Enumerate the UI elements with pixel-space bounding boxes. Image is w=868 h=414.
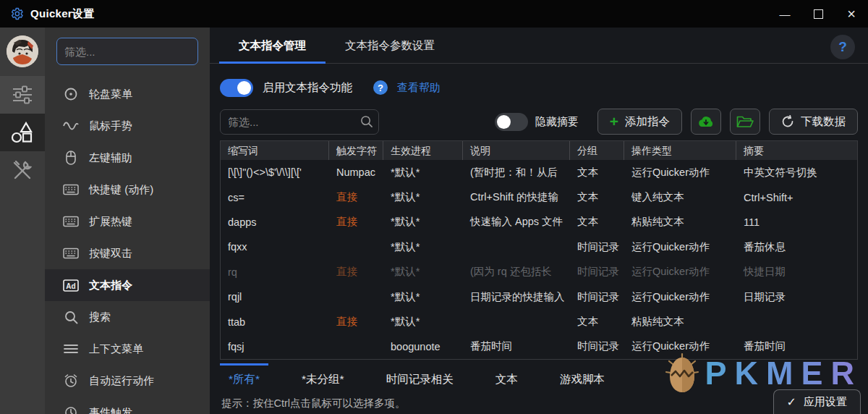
enable-text-command-toggle[interactable]	[220, 79, 253, 97]
mouse-icon	[62, 151, 80, 165]
table-cell: 粘贴纯文本	[624, 215, 736, 229]
group-tab[interactable]: *所有*	[220, 363, 268, 392]
table-cell: 运行Quicker动作	[624, 290, 736, 304]
check-icon: ✓	[787, 395, 796, 409]
plus-icon: +	[610, 114, 618, 129]
help-button[interactable]: ?	[830, 35, 855, 59]
table-cell: fqsj	[221, 341, 329, 352]
sidebar: 轮盘菜单 鼠标手势 左键辅助	[45, 28, 210, 414]
column-header[interactable]: 缩写词	[221, 141, 329, 160]
apply-settings-button[interactable]: ✓ 应用设置	[773, 389, 861, 414]
toolbar: 隐藏摘要 + 添加指令	[220, 109, 858, 135]
tools-icon	[12, 159, 33, 181]
minimize-button[interactable]: —	[768, 0, 801, 28]
table-row[interactable]: fqsjboogunote番茄时间时间记录运行Quicker动作番茄时间	[221, 334, 857, 359]
hint-text: 提示：按住Ctrl点击鼠标可以选择多项。	[221, 397, 406, 410]
table-filter-input[interactable]	[220, 109, 379, 135]
close-button[interactable]: ×	[835, 0, 868, 28]
search-icon	[62, 310, 80, 324]
view-help-link[interactable]: 查看帮助	[397, 81, 441, 95]
download-data-button[interactable]: 下载数据	[769, 109, 858, 135]
sidebar-item-left-click-assist[interactable]: 左键辅助	[45, 142, 210, 174]
sliders-icon	[12, 85, 33, 104]
sidebar-item-context-menu[interactable]: 上下文菜单	[45, 333, 210, 365]
column-header[interactable]: 分组	[570, 141, 624, 160]
group-tab[interactable]: 时间记录相关	[378, 363, 462, 392]
sidebar-item-mouse-gesture[interactable]: 鼠标手势	[45, 110, 210, 142]
sidebar-item-extended-hotkeys[interactable]: 扩展热键	[45, 206, 210, 237]
table-cell: 文本	[570, 190, 624, 204]
sidebar-item-event-trigger[interactable]: 事件触发	[45, 397, 210, 414]
wheel-menu-icon	[62, 87, 80, 101]
table-cell: rq	[221, 266, 329, 278]
table-cell: 番茄休息	[736, 240, 857, 254]
group-tab[interactable]: 游戏脚本	[551, 363, 613, 392]
main-panel: 文本指令管理 文本指令参数设置 ? 启用文本指令功能 ? 查看帮助 隐藏摘要	[210, 28, 868, 414]
keyboard-icon	[62, 216, 80, 227]
table-cell: 粘贴纯文本	[624, 315, 736, 329]
table-cell: 时间记录	[570, 290, 624, 304]
table-row[interactable]: ttab直接*默认*文本粘贴纯文本	[221, 309, 857, 334]
group-tab-bar: *所有**未分组*时间记录相关文本游戏脚本	[220, 363, 868, 392]
svg-text:Ad: Ad	[66, 282, 75, 290]
wave-icon	[62, 120, 80, 132]
column-header[interactable]: 操作类型	[624, 141, 736, 160]
gear-icon	[9, 7, 23, 21]
enable-row: 启用文本指令功能 ? 查看帮助	[220, 76, 868, 99]
shapes-icon	[11, 122, 34, 143]
table-cell: [\[\]"()<>\$'\/\\][\['	[221, 166, 329, 178]
table-row[interactable]: cs=直接*默认*Ctrl+Shift 的快捷输文本键入纯文本Ctrl+Shif…	[221, 185, 857, 209]
search-icon	[360, 115, 373, 128]
sidebar-item-text-commands[interactable]: Ad 文本指令	[45, 269, 210, 301]
table-row[interactable]: rq直接*默认*(因为 rq 还包括长时间记录运行Quicker动作快捷日期	[221, 260, 857, 284]
column-header[interactable]: 说明	[463, 141, 570, 160]
table-cell: *默认*	[383, 215, 463, 229]
table-cell: 番茄时间	[736, 339, 857, 353]
table-cell: *默认*	[383, 265, 463, 279]
table-cell: boogunote	[383, 341, 463, 352]
table-cell: 时间记录	[570, 240, 624, 254]
table-cell: 直接	[329, 215, 383, 229]
table-cell: 运行Quicker动作	[624, 166, 736, 179]
table-cell: 快速输入 Apps 文件	[463, 215, 570, 229]
column-header[interactable]: 触发字符	[329, 141, 383, 160]
tab-text-command-management[interactable]: 文本指令管理	[219, 38, 326, 63]
group-tab[interactable]: *未分组*	[293, 363, 353, 392]
ad-box-icon: Ad	[62, 279, 80, 292]
table-row[interactable]: [\[\]"()<>\$'\/\\][\['Numpac*默认*(暂时把：和！从…	[221, 160, 857, 185]
maximize-icon	[814, 9, 823, 19]
folder-open-icon	[736, 115, 754, 128]
sidebar-filter-input[interactable]	[56, 38, 198, 65]
tab-text-command-params[interactable]: 文本指令参数设置	[326, 38, 454, 63]
enable-toggle-label: 启用文本指令功能	[263, 80, 352, 96]
table-row[interactable]: dapps直接*默认*快速输入 Apps 文件文本粘贴纯文本111	[221, 210, 857, 235]
sidebar-item-auto-run[interactable]: 自动运行动作	[45, 365, 210, 397]
table-cell: *默认*	[383, 315, 463, 329]
table-cell: 日期记录的快捷输入	[463, 290, 570, 304]
sidebar-item-search[interactable]: 搜索	[45, 301, 210, 333]
add-command-button[interactable]: + 添加指令	[597, 109, 682, 135]
sidebar-item-hotkeys[interactable]: 快捷键 (动作)	[45, 174, 210, 206]
table-cell: 111	[736, 216, 857, 228]
hide-summary-toggle[interactable]	[495, 113, 528, 131]
table-cell: *默认*	[383, 290, 463, 304]
group-tab[interactable]: 文本	[487, 363, 527, 392]
user-avatar[interactable]	[7, 35, 38, 67]
table-row[interactable]: fqxx*默认*时间记录运行Quicker动作番茄休息	[221, 235, 857, 259]
table-cell: *默认*	[383, 190, 463, 204]
column-header[interactable]: 生效进程	[383, 141, 463, 160]
hide-summary-label: 隐藏摘要	[535, 115, 579, 129]
rail-item-actions[interactable]	[0, 114, 45, 151]
table-cell: ttab	[221, 316, 329, 328]
table-header: 缩写词触发字符生效进程说明分组操作类型摘要	[221, 141, 857, 160]
open-folder-button[interactable]	[730, 109, 760, 135]
table-cell: Numpac	[329, 166, 383, 178]
sidebar-item-wheel-menu[interactable]: 轮盘菜单	[45, 78, 210, 110]
table-row[interactable]: rqjl*默认*日期记录的快捷输入时间记录运行Quicker动作日期记录	[221, 284, 857, 309]
rail-item-settings[interactable]	[0, 76, 45, 114]
sidebar-item-key-double-click[interactable]: 按键双击	[45, 237, 210, 269]
rail-item-tools[interactable]	[0, 151, 45, 189]
column-header[interactable]: 摘要	[736, 141, 857, 160]
cloud-download-button[interactable]	[691, 109, 721, 135]
maximize-button[interactable]	[801, 0, 835, 28]
